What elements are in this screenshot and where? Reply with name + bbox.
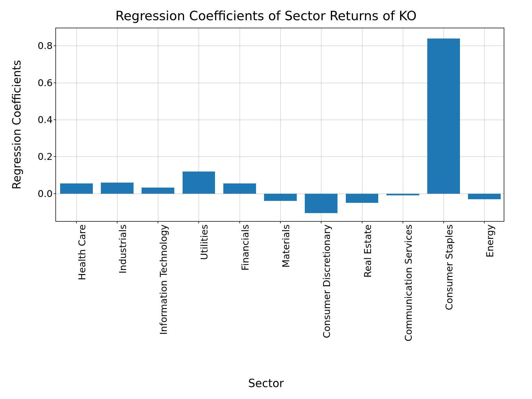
y-tick-label: 0.6 (38, 77, 53, 88)
bar (101, 183, 134, 194)
gridline-vertical (403, 28, 403, 221)
bar (387, 194, 419, 196)
x-tick-mark (321, 221, 321, 223)
y-tick-mark (54, 45, 56, 46)
x-tick-mark (117, 221, 117, 223)
y-tick-label: 0.4 (38, 114, 53, 125)
x-tick-label: Health Care (76, 224, 88, 280)
gridline-vertical (362, 28, 362, 221)
y-tick-label: 0.0 (38, 188, 53, 199)
bar (264, 194, 297, 201)
x-tick-mark (158, 221, 158, 223)
gridline-vertical (321, 28, 321, 221)
y-tick-mark (54, 83, 56, 83)
bar (427, 39, 460, 194)
x-tick-label: Information Technology (158, 224, 169, 335)
y-tick-mark (54, 193, 56, 194)
bar (223, 183, 256, 194)
chart-title: Regression Coefficients of Sector Return… (0, 8, 532, 23)
bar (346, 194, 378, 203)
y-axis-label: Regression Coefficients (8, 28, 25, 222)
y-tick-label: 0.8 (38, 40, 53, 51)
x-tick-label: Consumer Staples (444, 224, 455, 310)
figure: Regression Coefficients of Sector Return… (0, 0, 532, 399)
bar (305, 194, 337, 213)
x-tick-label: Real Estate (362, 224, 373, 278)
y-tick-mark (54, 119, 56, 120)
bar (468, 194, 501, 199)
x-axis-label: Sector (0, 377, 532, 390)
x-tick-mark (362, 221, 362, 223)
x-tick-mark (443, 221, 444, 223)
gridline-vertical (484, 28, 485, 221)
x-tick-label: Materials (280, 224, 291, 268)
gridline-vertical (280, 28, 281, 221)
x-tick-mark (280, 221, 281, 223)
x-tick-label: Energy (484, 224, 495, 257)
y-tick-mark (54, 156, 56, 157)
x-tick-label: Financials (240, 224, 251, 271)
bar (142, 188, 174, 193)
y-tick-label: 0.2 (38, 151, 53, 162)
bar (60, 183, 93, 194)
x-tick-mark (403, 221, 403, 223)
x-tick-mark (239, 221, 240, 223)
x-tick-mark (484, 221, 485, 223)
x-tick-label: Utilities (199, 224, 210, 260)
x-tick-mark (76, 221, 77, 223)
x-tick-mark (198, 221, 199, 223)
x-tick-label: Communication Services (403, 224, 414, 341)
x-tick-label: Consumer Discretionary (321, 224, 332, 338)
x-tick-label: Industrials (117, 224, 128, 273)
plot-area: 0.00.20.40.60.8Health CareIndustrialsInf… (55, 28, 504, 222)
y-axis-label-text: Regression Coefficients (10, 60, 23, 190)
bar (183, 172, 215, 194)
